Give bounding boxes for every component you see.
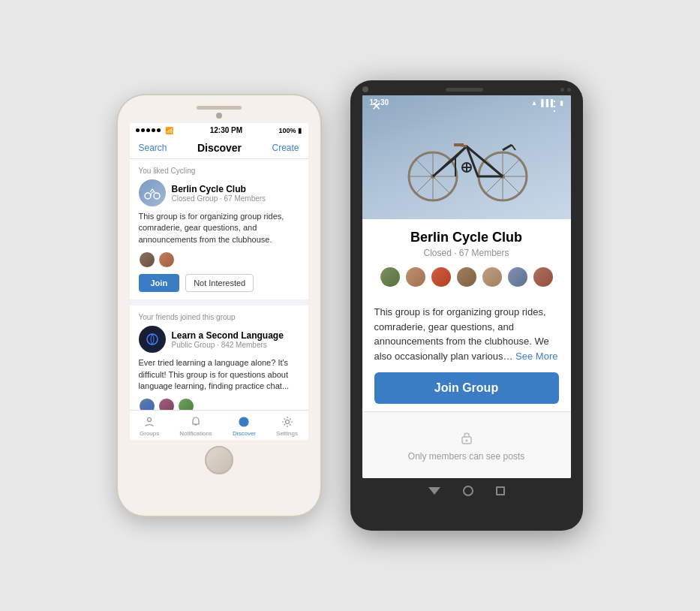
iphone-home-button[interactable] <box>205 446 233 474</box>
android-member-avatars <box>374 266 559 288</box>
wifi-status-icon: ▲ <box>530 99 537 107</box>
lock-icon <box>458 429 476 447</box>
android-member-1 <box>379 266 401 288</box>
android-group-info: Berlin Cycle Club Closed · 67 Members <box>362 219 571 305</box>
svg-line-22 <box>512 145 515 150</box>
android-group-desc: This group is for organizing group rides… <box>362 305 571 372</box>
android-top-bar <box>350 80 583 95</box>
battery-icon: ▮ <box>298 127 302 134</box>
status-left: 📶 <box>136 126 174 134</box>
battery-status-icon: ▮ <box>560 99 563 107</box>
groups-icon <box>143 415 156 429</box>
card-1-info: Berlin Cycle Club Closed Group · 67 Memb… <box>172 184 266 203</box>
card-2-member-avatars <box>139 398 299 410</box>
android-camera <box>362 86 368 92</box>
tab-notifications-label: Notifications <box>179 430 212 437</box>
card-1-header: Berlin Cycle Club Closed Group · 67 Memb… <box>139 179 299 206</box>
android-member-6 <box>506 266 529 288</box>
group-card-2: Your friends joined this group Learn a S… <box>130 306 308 410</box>
iphone-bottom-tab-bar: Groups Notifications Discover <box>130 410 308 440</box>
android-status-icons: ▲ ▌▌▌ ▮ <box>530 99 563 107</box>
member-avatar-3 <box>139 398 155 410</box>
card-2-desc: Ever tried learning a language alone? It… <box>139 357 299 392</box>
card-2-label: Your friends joined this group <box>139 313 299 321</box>
member-avatar-5 <box>178 398 194 410</box>
iphone-nav-bar: Search Discover Create <box>130 137 308 159</box>
create-button[interactable]: Create <box>272 143 299 153</box>
tab-settings[interactable]: Settings <box>276 415 298 437</box>
tab-groups[interactable]: Groups <box>140 415 159 437</box>
android-group-meta: Closed · 67 Members <box>374 248 559 258</box>
svg-point-0 <box>145 193 151 199</box>
card-2-name: Learn a Second Language <box>172 330 284 341</box>
android-member-4 <box>455 266 478 288</box>
nav-title: Discover <box>197 142 242 154</box>
svg-line-21 <box>503 145 512 150</box>
tab-discover[interactable]: Discover <box>233 415 256 437</box>
iphone-status-bar: 📶 12:30 PM 100% ▮ <box>130 123 308 137</box>
search-button[interactable]: Search <box>139 143 167 153</box>
android-member-3 <box>430 266 452 288</box>
language-avatar-icon <box>145 332 160 347</box>
svg-point-5 <box>148 418 152 422</box>
card-1-avatar <box>139 179 166 206</box>
android-members-only-section: Only members can see posts <box>362 412 571 478</box>
android-member-2 <box>404 266 427 288</box>
card-2-avatar <box>139 326 166 353</box>
recents-button[interactable] <box>496 486 505 495</box>
settings-icon <box>281 415 294 429</box>
android-device: 12:30 ▲ ▌▌▌ ▮ ✕ ⋮ <box>350 80 583 531</box>
svg-point-1 <box>154 193 160 199</box>
signal-dot-3 <box>146 128 150 132</box>
discover-icon <box>237 415 251 429</box>
member-avatar-2 <box>158 251 175 268</box>
group-card-1: You liked Cycling Berlin Cycle Club Clos… <box>130 159 308 299</box>
tab-notifications[interactable]: Notifications <box>179 415 212 437</box>
join-group-button[interactable]: Join Group <box>374 372 559 404</box>
bicycle-svg <box>392 109 542 206</box>
android-speaker <box>446 88 483 92</box>
card-1-join-button[interactable]: Join <box>139 274 180 292</box>
signal-dot-5 <box>157 128 161 132</box>
iphone-speaker <box>197 106 242 110</box>
android-member-5 <box>481 266 503 288</box>
tab-discover-label: Discover <box>233 430 256 437</box>
status-time: 12:30 PM <box>210 126 242 134</box>
svg-point-2 <box>147 334 158 345</box>
android-group-name: Berlin Cycle Club <box>374 230 559 245</box>
scene: 📶 12:30 PM 100% ▮ Search Discover Create… <box>103 65 598 546</box>
sensor-dot-2 <box>567 88 571 92</box>
android-screen: 12:30 ▲ ▌▌▌ ▮ ✕ ⋮ <box>362 95 571 478</box>
sensor-dot-1 <box>560 88 564 92</box>
member-avatar-1 <box>139 251 155 268</box>
android-bottom-nav <box>350 478 583 504</box>
card-2-meta: Public Group · 842 Members <box>172 341 284 349</box>
wifi-icon: 📶 <box>165 127 173 134</box>
back-button[interactable] <box>428 487 440 495</box>
battery-label: 100% <box>278 127 296 134</box>
card-1-name: Berlin Cycle Club <box>172 184 266 194</box>
signal-status-icon: ▌▌▌ <box>541 99 555 107</box>
iphone-content: You liked Cycling Berlin Cycle Club Clos… <box>130 159 308 410</box>
card-2-header: Learn a Second Language Public Group · 8… <box>139 326 299 353</box>
iphone-camera <box>216 113 222 119</box>
iphone-screen: 📶 12:30 PM 100% ▮ Search Discover Create… <box>130 123 308 440</box>
card-1-actions: Join Not Interested <box>139 274 299 292</box>
android-member-7 <box>532 266 554 288</box>
android-status-time: 12:30 <box>370 98 389 107</box>
card-1-label: You liked Cycling <box>139 167 299 175</box>
card-2-info: Learn a Second Language Public Group · 8… <box>172 330 284 349</box>
home-button[interactable] <box>463 486 473 496</box>
card-1-not-interested-button[interactable]: Not Interested <box>185 274 254 292</box>
card-1-member-avatars <box>139 251 299 268</box>
member-avatar-4 <box>158 398 175 410</box>
cycle-avatar-icon <box>144 185 161 201</box>
see-more-button[interactable]: See More <box>515 351 557 362</box>
signal-dot-4 <box>152 128 155 132</box>
svg-point-7 <box>285 420 289 424</box>
signal-dot-1 <box>136 128 140 132</box>
android-hero-image: 12:30 ▲ ▌▌▌ ▮ ✕ ⋮ <box>362 95 571 219</box>
tab-settings-label: Settings <box>276 430 298 437</box>
android-sensors <box>560 88 571 92</box>
notifications-icon <box>189 415 203 429</box>
